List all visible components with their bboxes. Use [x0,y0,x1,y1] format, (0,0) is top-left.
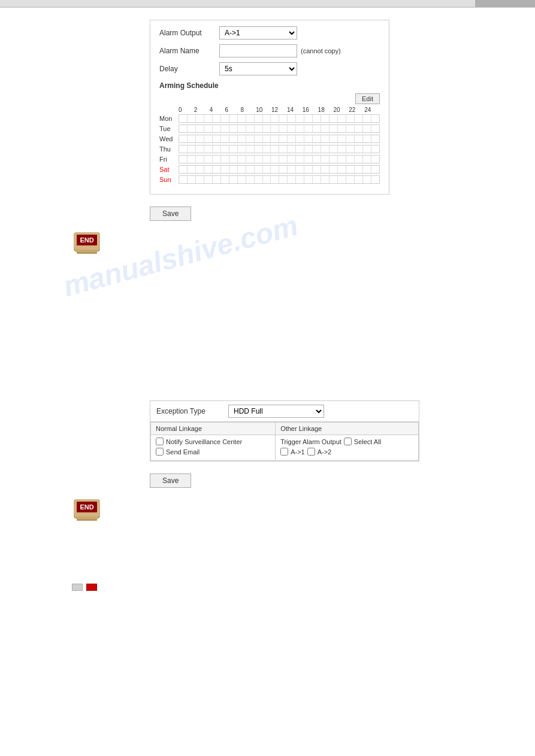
day-mon: Mon [159,115,179,122]
select-all-label: Select All [354,438,381,445]
hour-20: 20 [333,107,349,113]
other-linkage-cell: Trigger Alarm Output Select All A->1 A->… [276,435,419,461]
normal-linkage-cell: Notify Surveillance Center Send Email [151,435,276,461]
time-cells-mon [179,114,380,123]
alarm-name-input[interactable] [219,44,297,57]
hour-8: 8 [240,107,256,113]
arming-schedule-title: Arming Schedule [159,81,380,90]
hour-18: 18 [318,107,334,113]
spacer-1 [12,275,523,394]
send-email-checkbox[interactable] [156,448,164,456]
time-cells-sat [179,165,380,174]
end-icon-2: END [72,497,523,524]
schedule-row-tue: Tue [159,124,380,133]
hour-16: 16 [303,107,318,113]
svg-rect-5 [77,252,97,254]
schedule-row-sat: Sat [159,165,380,174]
other-linkage-header: Other Linkage [276,423,419,435]
end-book-icon-2: END [72,497,102,524]
bottom-legend [72,584,523,591]
send-email-label: Send Email [166,448,200,456]
hour-22: 22 [349,107,364,113]
save-button-2[interactable]: Save [150,473,191,488]
alarm-output-panel: Alarm Output A->1 A->2 Alarm Name (canno… [150,20,389,195]
hour-4: 4 [210,107,225,113]
day-thu: Thu [159,145,179,153]
hour-6: 6 [225,107,241,113]
day-tue: Tue [159,125,179,132]
hour-12: 12 [271,107,287,113]
cannot-copy-text: (cannot copy) [301,47,341,54]
alarm-name-label: Alarm Name [159,47,219,55]
time-cells-tue [179,125,380,133]
time-cells-fri [179,155,380,163]
svg-rect-10 [75,517,98,519]
schedule-grid: 0 2 4 6 8 10 12 14 16 18 20 22 24 Mon [159,107,380,184]
time-cells-thu [179,145,380,153]
schedule-row-thu: Thu [159,144,380,154]
save-button-1[interactable]: Save [150,207,191,221]
alarm-output-control: A->1 A->2 [219,26,380,40]
svg-rect-4 [75,250,98,252]
exception-type-row: Exception Type HDD Full HDD Error Networ… [150,401,419,422]
send-email-row: Send Email [156,448,270,456]
a2-checkbox[interactable] [307,448,315,456]
notify-surveillance-checkbox[interactable] [156,438,164,445]
a2-label: A->2 [318,448,332,456]
a1-label: A->1 [291,448,305,456]
day-sun: Sun [159,176,179,183]
save-button-container-2: Save [150,473,523,488]
trigger-alarm-output-label: Trigger Alarm Output [280,438,341,445]
svg-text:END: END [80,236,93,244]
delay-row: Delay 5s 10s 30s 1min 2min 5min [159,62,380,75]
schedule-row-sun: Sun [159,175,380,184]
hour-2: 2 [194,107,210,113]
delay-label: Delay [159,65,219,73]
top-bar [0,0,535,7]
day-wed: Wed [159,135,179,142]
select-all-checkbox[interactable] [344,438,352,445]
exception-type-select[interactable]: HDD Full HDD Error Network Disconnected … [228,405,324,418]
alarm-output-channels-row: A->1 A->2 [280,448,413,456]
linkage-table: Normal Linkage Other Linkage Notify Surv… [150,422,419,461]
schedule-row-mon: Mon [159,114,380,123]
trigger-alarm-output-row: Trigger Alarm Output Select All [280,438,413,445]
alarm-output-row: Alarm Output A->1 A->2 [159,26,380,40]
normal-linkage-header: Normal Linkage [151,423,276,435]
day-fri: Fri [159,156,179,163]
hour-10: 10 [256,107,271,113]
linkage-row-1: Notify Surveillance Center Send Email Tr… [151,435,419,461]
end-book-icon-1: END [72,230,102,257]
delay-select[interactable]: 5s 10s 30s 1min 2min 5min [219,62,297,75]
end-icon-1: END [72,230,523,257]
hour-14: 14 [287,107,303,113]
save-button-container-1: Save [150,207,523,221]
schedule-header: Edit [159,93,380,104]
alarm-output-label: Alarm Output [159,29,219,37]
legend-red-box [86,584,97,591]
day-sat: Sat [159,166,179,173]
notify-surveillance-row: Notify Surveillance Center [156,438,270,445]
edit-button[interactable]: Edit [355,93,380,104]
hour-24: 24 [364,107,380,113]
schedule-row-fri: Fri [159,154,380,164]
schedule-row-wed: Wed [159,134,380,144]
time-cells-wed [179,135,380,143]
exception-type-label: Exception Type [156,407,228,415]
alarm-name-control: (cannot copy) [219,44,380,57]
svg-text:END: END [80,503,93,511]
alarm-name-row: Alarm Name (cannot copy) [159,44,380,57]
delay-control: 5s 10s 30s 1min 2min 5min [219,62,380,75]
a1-checkbox[interactable] [280,448,288,456]
top-bar-accent [475,0,535,7]
exception-panel: Exception Type HDD Full HDD Error Networ… [150,400,419,462]
page-content: Alarm Output A->1 A->2 Alarm Name (canno… [0,8,535,597]
notify-surveillance-label: Notify Surveillance Center [166,438,242,445]
hour-0: 0 [179,107,194,113]
spacer-2 [12,542,523,578]
svg-rect-11 [77,519,97,521]
time-cells-sun [179,175,380,184]
alarm-output-select[interactable]: A->1 A->2 [219,26,297,40]
legend-gray-box [72,584,83,591]
hour-labels: 0 2 4 6 8 10 12 14 16 18 20 22 24 [179,107,380,113]
